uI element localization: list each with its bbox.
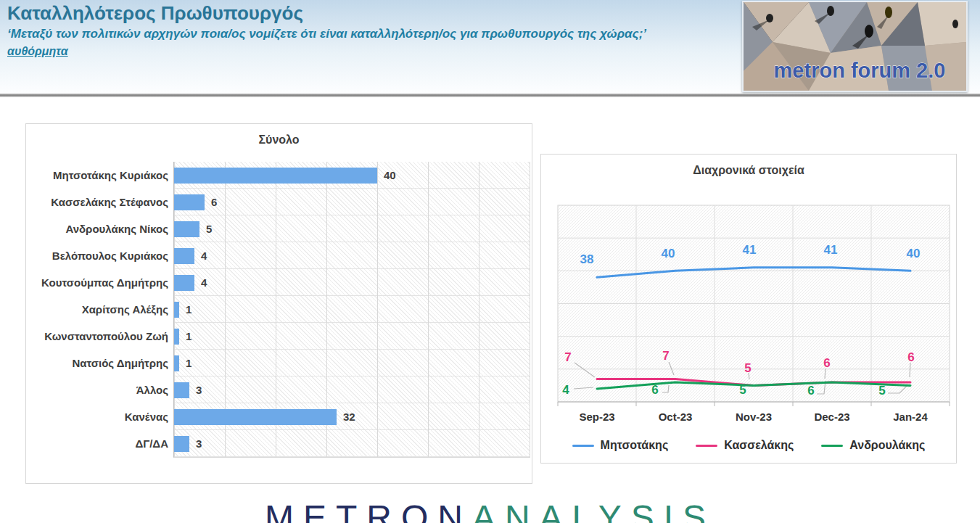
data-label: 40 [907, 247, 921, 260]
logo-photo: metron forum 2.0 [744, 2, 966, 91]
x-axis-label: Jan-24 [893, 411, 928, 423]
bar [174, 248, 194, 264]
bar-row: Κουτσούμπας Δημήτρης4 [26, 269, 532, 296]
metron-forum-logo: metron forum 2.0 [742, 1, 968, 92]
legend-item: Ανδρουλάκης [821, 439, 925, 452]
bar-value-label: 5 [206, 215, 212, 242]
bar [174, 221, 199, 237]
legend-item: Μητσοτάκης [572, 439, 669, 452]
legend-line-swatch [821, 445, 843, 447]
bar-row: Βελόπουλος Κυριάκος4 [26, 242, 532, 269]
x-axis-label: Sep-23 [579, 411, 614, 423]
bar [174, 382, 189, 398]
data-label: 41 [824, 243, 838, 257]
data-label: 41 [743, 243, 757, 257]
data-label: 6 [807, 384, 814, 398]
panel-survey-total: Σύνολο Μητσοτάκης Κυριάκος40Κασσελάκης Σ… [25, 123, 532, 484]
bar-row: Κανένας32 [26, 403, 532, 430]
data-label: 5 [744, 361, 751, 375]
bar [174, 329, 179, 345]
bar-category-label: ΔΓ/ΔΑ [26, 430, 168, 457]
bar-row: Χαρίτσης Αλέξης1 [26, 296, 532, 323]
bar-category-label: Βελόπουλος Κυριάκος [26, 242, 168, 269]
footer-brand: METRONANALYSIS [0, 498, 980, 523]
legend-item: Κασσελάκης [696, 439, 794, 452]
header-text-block: Καταλληλότερος Πρωθυπουργός ‘Μεταξύ των … [7, 3, 725, 58]
page-title: Καταλληλότερος Πρωθυπουργός [7, 3, 725, 25]
bar [174, 355, 179, 371]
data-label: 4 [562, 383, 569, 397]
data-label: 6 [651, 383, 658, 397]
bar-category-label: Άλλος [26, 376, 168, 403]
bar-value-label: 3 [196, 376, 202, 403]
survey-question: ‘Μεταξύ των πολιτικών αρχηγών ποια/ος νο… [7, 26, 722, 42]
bar-row: Μητσοτάκης Κυριάκος40 [26, 162, 532, 189]
bar [174, 275, 194, 291]
data-label: 6 [823, 356, 830, 370]
bar-category-label: Ανδρουλάκης Νίκος [26, 215, 168, 242]
bar-row: Κασσελάκης Στέφανος6 [26, 189, 532, 215]
bar-row: Κωνσταντοπούλου Ζωή1 [26, 323, 532, 350]
bar [174, 409, 337, 425]
bar-chart-body: Μητσοτάκης Κυριάκος40Κασσελάκης Στέφανος… [26, 162, 532, 457]
bar [174, 194, 205, 210]
header: Καταλληλότερος Πρωθυπουργός ‘Μεταξύ των … [0, 0, 980, 94]
trend-legend: ΜητσοτάκηςΚασσελάκηςΑνδρουλάκης [541, 439, 956, 452]
data-label: 38 [580, 252, 594, 266]
data-label: 7 [662, 349, 669, 363]
bar-value-label: 4 [201, 269, 207, 296]
bar-category-label: Κασσελάκης Στέφανος [26, 189, 168, 215]
bar [174, 436, 189, 452]
bar-value-label: 6 [211, 189, 217, 215]
line-chart-svg: Sep-23Oct-23Nov-23Dec-23Jan-243840414140… [541, 155, 956, 437]
bar-category-label: Κωνσταντοπούλου Ζωή [26, 323, 168, 350]
bar-row: ΔΓ/ΔΑ3 [26, 430, 532, 457]
page: { "header": { "title": "Καταλληλότερος Π… [0, 0, 980, 523]
bar-category-label: Χαρίτσης Αλέξης [26, 296, 168, 323]
bar-category-label: Κανένας [26, 403, 168, 430]
brand-metron: METRON [265, 498, 472, 523]
data-label: 40 [662, 247, 675, 260]
bar [174, 302, 179, 318]
bar-value-label: 3 [196, 430, 202, 457]
bar-category-label: Κουτσούμπας Δημήτρης [26, 269, 168, 296]
header-separator [0, 94, 980, 97]
bar-value-label: 1 [186, 296, 192, 323]
bar-value-label: 4 [201, 242, 207, 269]
x-axis-label: Nov-23 [736, 411, 772, 423]
bar-value-label: 1 [186, 350, 192, 376]
bar-category-label: Νατσιός Δημήτρης [26, 350, 168, 376]
bar-value-label: 1 [186, 323, 192, 350]
data-label: 7 [564, 350, 571, 364]
legend-label: Ανδρουλάκης [849, 439, 925, 452]
x-axis-label: Oct-23 [659, 411, 693, 423]
legend-line-swatch [572, 445, 594, 447]
brand-analysis: ANALYSIS [472, 498, 715, 523]
bar-row: Ανδρουλάκης Νίκος5 [26, 215, 532, 242]
legend-line-swatch [696, 445, 717, 447]
bar-chart-title: Σύνολο [26, 133, 532, 147]
data-label: 5 [878, 384, 885, 398]
data-label: 5 [739, 383, 746, 397]
logo-caption: metron forum 2.0 [774, 59, 946, 82]
bar-row: Άλλος3 [26, 376, 532, 403]
panel-trend: Διαχρονικά στοιχεία Sep-23Oct-23Nov-23De… [540, 154, 957, 464]
data-label: 6 [907, 350, 914, 364]
bar [174, 168, 377, 184]
bar-value-label: 40 [384, 162, 396, 189]
legend-label: Μητσοτάκης [601, 439, 669, 452]
x-axis-label: Dec-23 [814, 411, 849, 423]
bar-row: Νατσιός Δημήτρης1 [26, 350, 532, 376]
bar-value-label: 32 [343, 403, 355, 430]
bar-category-label: Μητσοτάκης Κυριάκος [26, 162, 168, 189]
survey-note: αυθόρμητα [7, 45, 68, 58]
legend-label: Κασσελάκης [724, 439, 794, 452]
